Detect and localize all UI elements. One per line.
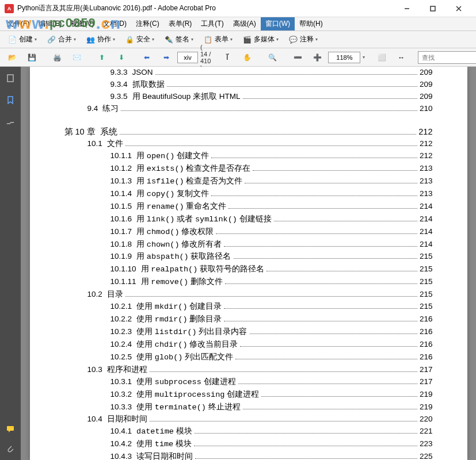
folder-open-icon: 📂: [7, 52, 17, 63]
toc-leader: [235, 359, 417, 359]
menu-help[interactable]: 帮助(H): [295, 17, 328, 30]
toc-number: 10.4.2: [111, 438, 132, 450]
menu-view[interactable]: 视图(V): [66, 17, 98, 30]
toc-title: 用 chown() 修改所有者: [136, 239, 222, 251]
toc-entry: 10.4.2使用 time 模块223: [111, 438, 433, 451]
print-button[interactable]: 🖨️: [48, 51, 66, 64]
comments-icon[interactable]: [5, 423, 16, 435]
toc-entry: 10.3.3使用 terminate() 终止进程219: [111, 401, 433, 414]
collab-button[interactable]: 👥协作▾: [82, 33, 119, 47]
save-button[interactable]: 💾: [23, 51, 40, 64]
zoom-dropdown[interactable]: ▾: [363, 55, 365, 60]
toc-leader: [229, 208, 417, 209]
toc-entry: 10.4.3读写日期和时间225: [111, 451, 433, 460]
toc-page: 213: [420, 175, 433, 187]
thumbnails-icon[interactable]: [5, 72, 16, 84]
page-up-button[interactable]: ⬆: [93, 51, 111, 64]
menu-window[interactable]: 窗口(W): [261, 17, 295, 30]
fit-width-button[interactable]: ↔: [393, 51, 410, 64]
media-button[interactable]: 🎬多媒体▾: [238, 33, 282, 47]
toc-page: 212: [420, 150, 433, 162]
toc-number: 10.3.2: [111, 389, 132, 401]
toc-title: 用 rename() 重命名文件: [136, 201, 226, 213]
toc-title: 用 abspath() 获取路径名: [136, 251, 231, 263]
toc-leader: [167, 86, 417, 87]
toc-entry: 10.1.3用 isfile() 检查是否为文件213: [111, 175, 433, 188]
toc-title: datetime 模块: [136, 425, 192, 438]
toc-number: 10.2.2: [111, 313, 132, 325]
toc-number: 10.1: [87, 138, 102, 150]
open-button[interactable]: 📂: [3, 51, 21, 64]
signatures-icon[interactable]: [5, 116, 16, 128]
hand-tool-button[interactable]: ✋: [238, 51, 256, 64]
next-view-button[interactable]: ➡: [158, 51, 175, 64]
toc-page: 214: [420, 239, 433, 251]
menu-file[interactable]: 文件(F): [2, 17, 34, 30]
close-button[interactable]: [445, 1, 471, 17]
fit-page-button[interactable]: ⬜: [373, 51, 390, 64]
secure-button[interactable]: 🔒安全▾: [121, 33, 158, 47]
toc-number: 10.3.3: [111, 401, 132, 413]
toc-title: 使用 chdir() 修改当前目录: [136, 339, 238, 351]
document-area[interactable]: 9.3.3JSON2099.3.4抓取数据2099.3.5用 Beautiful…: [21, 67, 476, 460]
bookmarks-icon[interactable]: [5, 94, 16, 106]
toc-page: 212: [418, 125, 432, 138]
toc-number: 10.1.10: [111, 263, 136, 275]
zoom-out-button[interactable]: ➖: [289, 51, 306, 64]
menu-tools[interactable]: 工具(T): [196, 17, 228, 30]
toc-entry: 9.3.5用 BeautifulSoup 来抓取 HTML209: [111, 91, 433, 103]
toc-page: 214: [420, 226, 433, 238]
menu-comment[interactable]: 注释(C): [131, 17, 164, 30]
toc-leader: [195, 433, 417, 434]
toc-number: 10.3: [87, 364, 102, 376]
toc-leader: [245, 183, 417, 183]
toc-number: 10.1.7: [111, 226, 132, 238]
toc-number: 10.1.8: [111, 239, 132, 251]
menu-document[interactable]: 文档(D): [98, 17, 131, 30]
search-input[interactable]: [418, 51, 476, 64]
toc-page: 213: [420, 188, 433, 200]
email-button[interactable]: ✉️: [68, 51, 85, 64]
menu-form[interactable]: 表单(R): [164, 17, 197, 30]
toc-leader: [240, 346, 417, 347]
toc-page: 214: [420, 201, 433, 213]
zoom-in-button[interactable]: ➕: [309, 51, 326, 64]
create-button[interactable]: 📄创建▾: [3, 33, 40, 47]
attachments-icon[interactable]: [5, 443, 16, 454]
menu-advanced[interactable]: 高级(A): [229, 17, 261, 30]
maximize-button[interactable]: [420, 1, 445, 17]
page-input[interactable]: [177, 52, 198, 63]
toc-title: 使用 rmdir() 删除目录: [136, 313, 222, 326]
combine-button[interactable]: 🔗合并▾: [43, 33, 79, 47]
zoom-input[interactable]: [328, 52, 360, 63]
page-down-button[interactable]: ⬇: [113, 51, 130, 64]
toc-number: 10.1.4: [111, 188, 132, 200]
side-panel: [0, 67, 21, 460]
toc-title: 练习: [102, 103, 119, 115]
toc-entry: 10.1.11用 remove() 删除文件215: [111, 276, 433, 289]
minimize-button[interactable]: [394, 1, 420, 17]
toc-number: 10.3.1: [111, 376, 132, 388]
toc-leader: [253, 170, 417, 171]
select-tool-button[interactable]: I⃗: [219, 51, 236, 64]
toc-entry: 10.3程序和进程217: [87, 364, 433, 376]
sign-button[interactable]: ✒️签名▾: [160, 33, 197, 47]
window-titlebar: A Python语言及其应用(美Lubanovic 2016).pdf - Ad…: [0, 0, 476, 17]
fit-width-icon: ↔: [396, 52, 406, 63]
toc-leader: [211, 158, 417, 158]
toc-page: 223: [420, 438, 433, 450]
media-icon: 🎬: [242, 34, 252, 45]
toc-page: 216: [420, 351, 433, 363]
toc-title: 用 copy() 复制文件: [136, 188, 209, 201]
toc-number: 10.1.11: [111, 276, 136, 288]
toc-number: 10.1.1: [111, 150, 132, 162]
toc-leader: [194, 446, 417, 446]
toc-page: 215: [420, 263, 433, 275]
toc-leader: [150, 421, 417, 421]
menu-edit[interactable]: 编辑(E): [34, 17, 66, 30]
note-button[interactable]: 💬注释▾: [284, 33, 321, 47]
marquee-zoom-button[interactable]: 🔍: [264, 51, 281, 64]
plus-icon: ➕: [312, 52, 322, 63]
toc-number: 10.1.6: [111, 213, 132, 225]
prev-view-button[interactable]: ⬅: [138, 51, 155, 64]
